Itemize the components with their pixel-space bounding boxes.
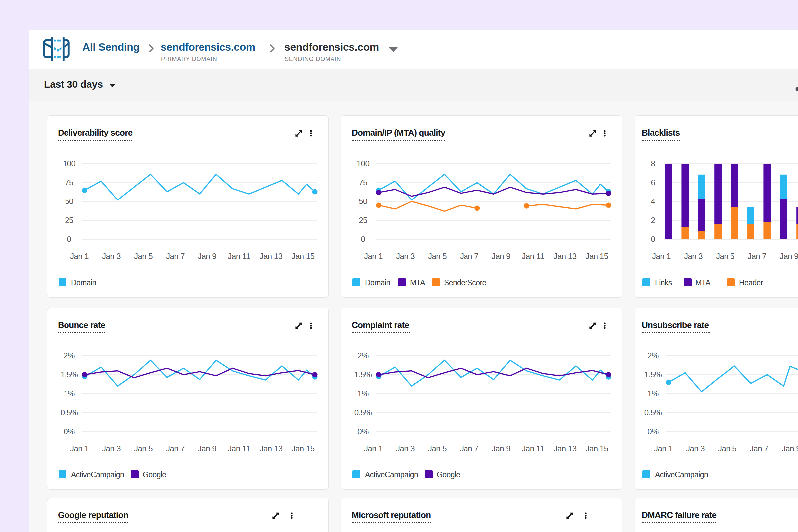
svg-text:SenderScore: SenderScore (444, 278, 487, 287)
svg-text:Jan 11: Jan 11 (228, 252, 250, 261)
svg-text:Jan 15: Jan 15 (585, 444, 608, 453)
svg-text:75: 75 (359, 178, 367, 187)
svg-text:1%: 1% (63, 389, 75, 398)
svg-text:Jan 5: Jan 5 (428, 444, 446, 453)
svg-text:Jan 5: Jan 5 (134, 444, 153, 453)
svg-text:Links: Links (655, 278, 672, 287)
svg-text:50: 50 (65, 197, 74, 206)
svg-text:Header: Header (739, 278, 763, 287)
svg-text:0: 0 (651, 235, 656, 244)
svg-text:75: 75 (65, 178, 74, 187)
svg-text:Domain: Domain (365, 278, 391, 287)
svg-text:Jan 5: Jan 5 (718, 444, 737, 453)
svg-text:0%: 0% (358, 427, 369, 436)
svg-text:Jan 1: Jan 1 (70, 444, 89, 453)
svg-text:25: 25 (359, 216, 367, 225)
svg-text:MTA: MTA (410, 278, 425, 287)
svg-text:1%: 1% (647, 389, 659, 398)
svg-text:Jan 1: Jan 1 (70, 252, 89, 261)
svg-text:0%: 0% (647, 427, 659, 436)
svg-text:Jan 3: Jan 3 (686, 444, 705, 453)
svg-text:Jan 7: Jan 7 (748, 252, 766, 261)
svg-text:Domain: Domain (71, 278, 96, 287)
svg-text:Jan 1: Jan 1 (654, 444, 673, 453)
svg-text:0: 0 (67, 235, 72, 244)
svg-text:Jan 3: Jan 3 (684, 252, 703, 261)
svg-text:1.5%: 1.5% (60, 370, 78, 379)
svg-text:2: 2 (651, 216, 656, 225)
svg-text:1%: 1% (358, 389, 369, 398)
svg-text:Jan 15: Jan 15 (585, 252, 608, 261)
svg-text:100: 100 (63, 159, 76, 168)
svg-text:2%: 2% (647, 351, 659, 360)
svg-text:ActiveCampaign: ActiveCampaign (71, 471, 124, 479)
svg-text:100: 100 (357, 159, 370, 168)
svg-text:Jan 7: Jan 7 (460, 252, 478, 261)
svg-text:0.5%: 0.5% (60, 408, 78, 417)
svg-text:6: 6 (651, 178, 656, 187)
svg-text:Jan 3: Jan 3 (396, 444, 415, 453)
svg-text:8: 8 (651, 159, 656, 168)
svg-text:Google: Google (437, 471, 460, 479)
svg-text:Jan 13: Jan 13 (553, 252, 576, 261)
svg-text:Jan 11: Jan 11 (522, 444, 544, 453)
svg-text:Jan 15: Jan 15 (291, 252, 314, 261)
svg-text:Jan 15: Jan 15 (291, 444, 314, 453)
svg-text:Jan 13: Jan 13 (259, 252, 282, 261)
svg-text:25: 25 (65, 216, 74, 225)
svg-text:Jan 13: Jan 13 (259, 444, 282, 453)
svg-text:Jan 11: Jan 11 (522, 252, 544, 261)
svg-text:Jan 5: Jan 5 (134, 252, 153, 261)
svg-text:0.5%: 0.5% (644, 408, 662, 417)
svg-text:ActiveCampaign: ActiveCampaign (365, 471, 418, 479)
svg-text:Jan 1: Jan 1 (364, 444, 383, 453)
svg-text:Jan 1: Jan 1 (364, 252, 383, 261)
svg-text:Jan 7: Jan 7 (460, 444, 478, 453)
svg-text:1.5%: 1.5% (644, 370, 662, 379)
svg-text:4: 4 (651, 197, 656, 206)
svg-text:50: 50 (359, 197, 367, 206)
svg-text:Google: Google (142, 471, 166, 479)
svg-text:0%: 0% (63, 427, 75, 436)
svg-text:Jan 9: Jan 9 (492, 252, 510, 261)
svg-text:2%: 2% (358, 351, 369, 360)
svg-text:ActiveCampaign: ActiveCampaign (655, 471, 708, 479)
svg-text:Jan 11: Jan 11 (228, 444, 250, 453)
svg-text:Jan 5: Jan 5 (716, 252, 735, 261)
svg-text:Jan 9: Jan 9 (198, 252, 216, 261)
svg-text:1.5%: 1.5% (355, 370, 372, 379)
svg-text:Jan 5: Jan 5 (428, 252, 446, 261)
svg-text:0.5%: 0.5% (355, 408, 372, 417)
svg-text:Jan 1: Jan 1 (652, 252, 671, 261)
svg-text:Jan 7: Jan 7 (750, 444, 768, 453)
svg-text:Jan 9: Jan 9 (492, 444, 510, 453)
svg-text:Jan 3: Jan 3 (102, 444, 121, 453)
svg-text:Jan 9: Jan 9 (198, 444, 216, 453)
svg-text:2%: 2% (63, 351, 75, 360)
svg-text:MTA: MTA (695, 278, 710, 287)
svg-text:Jan 3: Jan 3 (102, 252, 121, 261)
svg-text:Jan 7: Jan 7 (166, 444, 185, 453)
svg-text:Jan 9: Jan 9 (782, 444, 798, 453)
svg-text:Jan 7: Jan 7 (166, 252, 185, 261)
svg-text:Jan 3: Jan 3 (396, 252, 415, 261)
svg-text:Jan 13: Jan 13 (553, 444, 576, 453)
svg-text:Jan 9: Jan 9 (780, 252, 798, 261)
svg-text:0: 0 (361, 235, 365, 244)
